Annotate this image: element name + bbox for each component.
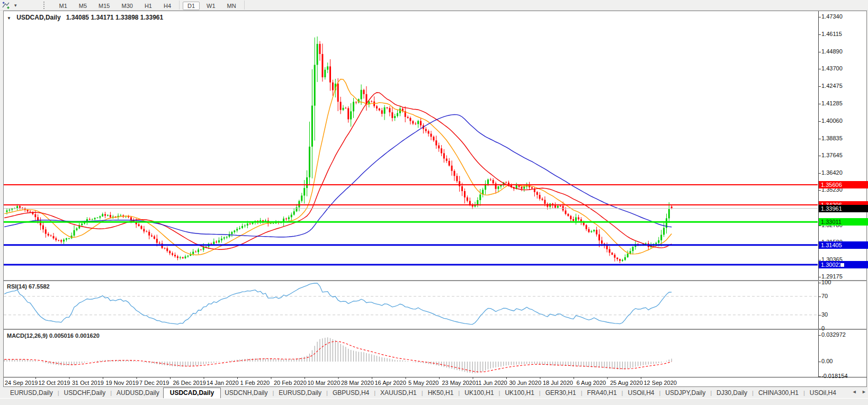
price-tick-label: 1.43700 (821, 65, 843, 71)
tab-separator: | (420, 390, 424, 396)
hline-selection-marker[interactable] (840, 263, 845, 267)
axis-tick (819, 52, 821, 52)
title-high: 1.34171 (91, 14, 113, 21)
chart-tab-USOil-H4[interactable]: USOil,H4 (806, 388, 840, 398)
axis-tick (819, 283, 821, 283)
collapse-triangle-icon[interactable]: ▼ (7, 16, 11, 21)
timeframe-button-M15[interactable]: M15 (94, 2, 114, 10)
price-tick-label: 1.44890 (821, 48, 843, 55)
axis-tick (819, 277, 821, 277)
rsi-axis-label: 100 (821, 279, 831, 285)
toolbar-grip[interactable] (43, 2, 46, 9)
timeframe-button-MN[interactable]: MN (222, 2, 241, 10)
date-label: 12 Sep 2020 (644, 380, 677, 386)
timeframe-button-D1[interactable]: D1 (183, 2, 200, 10)
tab-separator: | (325, 390, 329, 396)
chart-tab-HK50-H1[interactable]: HK50,H1 (424, 388, 458, 398)
macd-panel (4, 337, 672, 373)
timeframe-button-M30[interactable]: M30 (117, 2, 138, 10)
title-open: 1.34085 (66, 14, 89, 21)
tab-separator: | (709, 390, 713, 396)
status-bar (0, 398, 868, 405)
rsi-axis-label: 30 (821, 311, 828, 318)
chart-cursor-icon[interactable] (2, 1, 11, 10)
panel-separator-macd[interactable] (4, 329, 867, 330)
horizontal-lines[interactable] (4, 185, 818, 265)
chart-plot-area[interactable] (4, 11, 818, 386)
chart-tab-GER30-H1[interactable]: GER30,H1 (542, 388, 580, 398)
chart-tab-CHINA300-H1[interactable]: CHINA300,H1 (755, 388, 802, 398)
date-label: 10 Mar 2020 (308, 380, 341, 386)
tab-separator: | (373, 390, 377, 396)
timeframe-button-W1[interactable]: W1 (202, 2, 220, 10)
chart-tab-USDCAD-Daily[interactable]: USDCAD,Daily (163, 388, 221, 398)
date-label: 18 Jul 2020 (543, 380, 573, 386)
tab-separator: | (538, 390, 542, 396)
candles-layer (6, 37, 673, 263)
chart-tab-USOil-H4[interactable]: USOil,H4 (624, 388, 658, 398)
chart-tab-DJ30-Daily[interactable]: DJ30,Daily (713, 388, 751, 398)
chart-tabs: EURUSD,Daily|USDCHF,Daily|AUDUSD,DailyUS… (6, 387, 840, 398)
chart-title: ▼ USDCAD,Daily 1.34085 1.34171 1.33898 1… (7, 14, 163, 21)
tab-separator: | (57, 390, 60, 396)
chart-tab-FRA40-H1[interactable]: FRA40,H1 (584, 388, 621, 398)
date-label: 5 May 2020 (408, 380, 439, 386)
panel-separator-rsi[interactable] (4, 280, 867, 281)
date-label: 31 Oct 2019 (72, 380, 104, 386)
chart-tab-USDJPY-Daily[interactable]: USDJPY,Daily (661, 388, 709, 398)
tab-separator: | (580, 390, 584, 396)
rsi-axis-label: 0 (821, 325, 825, 331)
date-label: 28 Mar 2020 (341, 380, 374, 386)
timeframe-buttons: M1M5M15M30H1H4D1W1MN (53, 1, 247, 10)
date-label: 12 Oct 2019 (39, 380, 70, 386)
chart-tab-EURUSD-Daily[interactable]: EURUSD,Daily (6, 388, 57, 398)
axis-tick (819, 335, 821, 336)
axis-tick (819, 104, 821, 104)
tab-separator: | (751, 390, 755, 396)
chart-tab-USDCHF-Daily[interactable]: USDCHF,Daily (60, 388, 110, 398)
price-tick-label: 1.38835 (821, 135, 843, 141)
date-label: 1 Feb 2020 (240, 380, 270, 386)
axis-tick (819, 139, 821, 139)
rsi-label: RSI(14) 67.5582 (7, 283, 50, 290)
chart-tab-GBPUSD-H4[interactable]: GBPUSD,H4 (329, 388, 373, 398)
timeframe-button-H4[interactable]: H4 (159, 2, 176, 10)
timeframe-button-M5[interactable]: M5 (74, 2, 92, 10)
timeframe-button-M1[interactable]: M1 (55, 2, 72, 10)
tab-separator: | (658, 390, 661, 396)
price-badge: 1.33011 (819, 218, 868, 226)
date-label: 26 Dec 2019 (173, 380, 206, 386)
title-low: 1.33898 (115, 14, 138, 21)
chart-tab-XAUUSD-H1[interactable]: XAUUSD,H1 (377, 388, 420, 398)
price-tick-label: 1.42475 (821, 83, 843, 89)
chart-tab-EURUSD-Daily[interactable]: EURUSD,Daily (275, 388, 325, 398)
chart-tab-USDCNH-Daily[interactable]: USDCNH,Daily (221, 388, 271, 398)
chart-tab-UK100-H1[interactable]: UK100,H1 (461, 388, 497, 398)
chart-tab-AUDUSD-Daily[interactable]: AUDUSD,Daily (113, 388, 163, 398)
tab-scroll-right-icon[interactable]: ► (862, 389, 866, 394)
price-tick-label: 1.47340 (821, 13, 843, 20)
date-label: 11 Jun 2020 (476, 380, 507, 386)
tab-separator: | (802, 390, 806, 396)
rsi-name: RSI(14) (7, 283, 27, 290)
timeframe-button-H1[interactable]: H1 (140, 2, 157, 10)
price-tick-label: 1.46115 (821, 31, 842, 37)
axis-tick (819, 121, 821, 122)
title-symbol: USDCAD,Daily (16, 14, 60, 21)
axis-tick (819, 34, 821, 35)
date-label: 6 Aug 2020 (577, 380, 606, 386)
price-badge: 1.35606 (819, 181, 868, 188)
tab-separator: | (498, 390, 502, 396)
axis-tick (819, 156, 821, 156)
axis-tick (819, 376, 821, 377)
chevron-down-icon[interactable]: ▾ (14, 3, 17, 8)
date-label: 25 Aug 2020 (610, 380, 643, 386)
date-label: 23 May 2020 (442, 380, 476, 386)
macd-label: MACD(12,26,9) 0.005016 0.001620 (7, 332, 100, 339)
axis-tick (819, 69, 821, 69)
tab-scroll-left-icon[interactable]: ◄ (852, 389, 857, 394)
macd-axis-label: -0.018154 (821, 373, 848, 379)
tab-separator: | (109, 390, 113, 396)
chart-tab-UK100-H1[interactable]: UK100,H1 (501, 388, 538, 398)
axis-tick (819, 329, 821, 329)
